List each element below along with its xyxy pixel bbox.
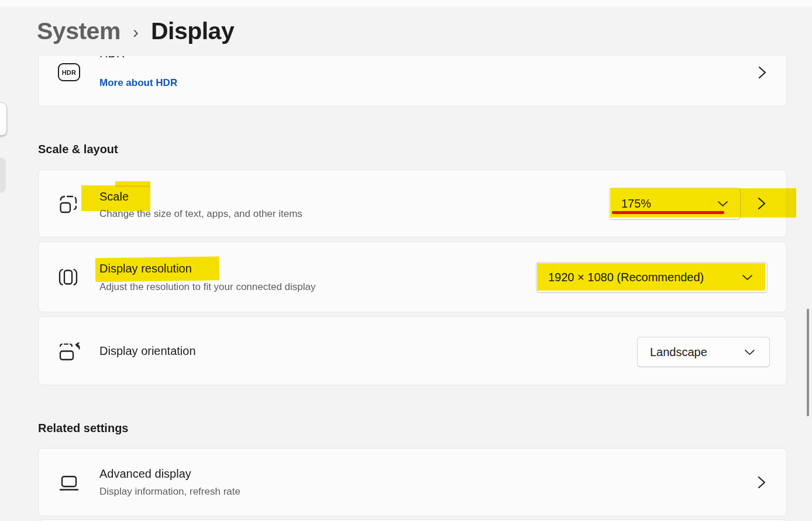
- display-resolution-title: Display resolution: [99, 262, 192, 275]
- breadcrumb: System › Display: [37, 18, 234, 45]
- display-orientation-card: Display orientation Landscape: [38, 316, 787, 385]
- scale-layout-header: Scale & layout: [38, 143, 118, 156]
- display-resolution-subtitle: Adjust the resolution to fit your connec…: [99, 281, 316, 293]
- display-resolution-dropdown-value: 1920 × 1080 (Recommended): [548, 271, 704, 284]
- advanced-display-card[interactable]: Advanced display Display information, re…: [38, 448, 787, 516]
- breadcrumb-separator-icon: ›: [133, 21, 139, 42]
- laptop-display-icon: [58, 474, 80, 494]
- advanced-display-subtitle: Display information, refresh rate: [99, 486, 240, 498]
- scale-card: Scale Change the size of text, apps, and…: [38, 170, 787, 237]
- breadcrumb-system[interactable]: System: [37, 18, 121, 45]
- display-resolution-dropdown[interactable]: 1920 × 1080 (Recommended): [536, 262, 768, 293]
- scale-dropdown[interactable]: 175%: [609, 188, 741, 220]
- display-orientation-dropdown-value: Landscape: [650, 346, 707, 359]
- chevron-right-icon: [756, 476, 767, 489]
- hdr-title: HDR: [99, 56, 125, 60]
- chevron-down-icon: [744, 349, 755, 356]
- display-orientation-icon: [58, 342, 81, 362]
- chevron-right-icon: [757, 66, 768, 79]
- breadcrumb-display: Display: [151, 18, 234, 45]
- display-orientation-dropdown[interactable]: Landscape: [637, 337, 770, 367]
- left-edge-fragment-top: [0, 102, 7, 136]
- window-top-band: [0, 0, 812, 6]
- scale-icon: [59, 195, 78, 214]
- settings-display-page: System › Display HDR HDR More about HDR …: [0, 0, 812, 521]
- display-orientation-title: Display orientation: [99, 344, 196, 358]
- scale-title: Scale: [99, 190, 129, 203]
- more-about-hdr-link[interactable]: More about HDR: [99, 77, 177, 89]
- left-edge-fragment-bottom: [0, 157, 6, 193]
- scale-subtitle: Change the size of text, apps, and other…: [99, 208, 302, 220]
- hdr-card[interactable]: HDR HDR More about HDR: [38, 56, 787, 106]
- scale-dropdown-value: 175%: [621, 197, 651, 211]
- hdr-badge-icon: HDR: [58, 63, 80, 81]
- scrollbar-thumb[interactable]: [807, 309, 809, 416]
- chevron-down-icon: [742, 274, 753, 281]
- advanced-display-title: Advanced display: [99, 467, 191, 481]
- scale-nav-chevron-right-icon[interactable]: [756, 197, 767, 210]
- chevron-down-icon: [717, 201, 728, 207]
- display-resolution-icon: [59, 268, 78, 287]
- related-settings-header: Related settings: [38, 422, 128, 435]
- display-resolution-card: Display resolution Adjust the resolution…: [38, 241, 787, 312]
